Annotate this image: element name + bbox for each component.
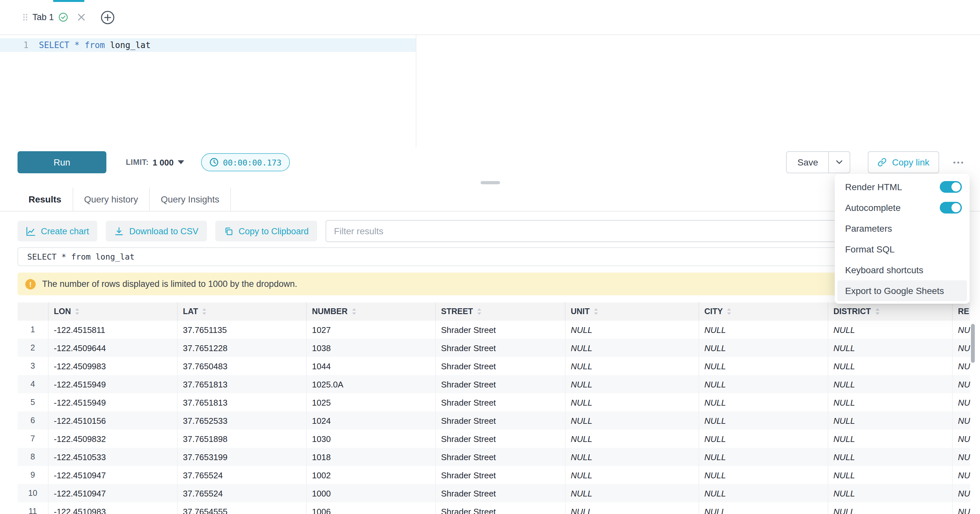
cell-street: Shrader Street	[436, 466, 566, 484]
copy-clipboard-button[interactable]: Copy to Clipboard	[215, 221, 317, 241]
menu-item-label: Export to Google Sheets	[845, 286, 944, 296]
cell-district: NULL	[828, 484, 953, 502]
copy-icon	[224, 226, 234, 236]
column-label: STREET	[441, 307, 473, 316]
cell-city: NULL	[699, 412, 828, 429]
sort-arrows-icon[interactable]	[875, 308, 880, 315]
tab-results[interactable]: Results	[18, 188, 73, 211]
toggle-autocomplete[interactable]	[940, 202, 962, 214]
sql-token-keyword: SELECT	[39, 40, 69, 50]
cell-district: NULL	[828, 412, 953, 429]
cell-street: Shrader Street	[436, 484, 566, 502]
cell-unit: NULL	[566, 357, 699, 375]
cell-lat: 37.7653199	[178, 448, 307, 466]
column-header-lat[interactable]: LAT	[178, 302, 307, 321]
cell-city: NULL	[699, 429, 828, 448]
ellipsis-icon	[953, 161, 955, 163]
table-row: 7-122.450983237.76518981030Shrader Stree…	[18, 429, 970, 448]
cell-re: NULL	[953, 502, 970, 514]
vertical-scrollbar-thumb[interactable]	[971, 324, 975, 363]
cell-number: 1018	[307, 448, 436, 466]
column-header-lon[interactable]: LON	[49, 302, 178, 321]
editor-tabstrip: Tab 1	[0, 0, 980, 35]
line-number-gutter: 1	[0, 38, 29, 52]
table-row: 2-122.450964437.76512281038Shrader Stree…	[18, 339, 970, 357]
sql-editor[interactable]: 1 SELECT * from long_lat	[0, 35, 980, 147]
row-number: 4	[18, 375, 49, 393]
tab-query-insights[interactable]: Query Insights	[150, 188, 231, 211]
menu-item-autocomplete[interactable]: Autocomplete	[837, 197, 967, 218]
table-row: 9-122.451094737.7655241002Shrader Street…	[18, 466, 970, 484]
row-number-header	[18, 302, 49, 321]
pane-resize-handle[interactable]	[480, 181, 500, 184]
copy-link-button[interactable]: Copy link	[868, 151, 939, 173]
cell-city: NULL	[699, 448, 828, 466]
toggle-render-html[interactable]	[940, 181, 962, 193]
sort-arrows-icon[interactable]	[75, 308, 80, 315]
options-menu: Render HTMLAutocompleteParametersFormat …	[835, 174, 970, 304]
limit-dropdown[interactable]: LIMIT: 1 000	[126, 157, 184, 167]
column-header-number[interactable]: NUMBER	[307, 302, 436, 321]
sort-arrows-icon[interactable]	[593, 308, 599, 315]
sort-arrows-icon[interactable]	[727, 308, 732, 315]
cell-district: NULL	[828, 357, 953, 375]
cell-city: NULL	[699, 484, 828, 502]
table-row: 3-122.450998337.76504831044Shrader Stree…	[18, 357, 970, 375]
editor-tab[interactable]: Tab 1	[18, 0, 91, 35]
column-header-street[interactable]: STREET	[436, 302, 566, 321]
column-header-district[interactable]: DISTRICT	[828, 302, 953, 321]
cell-street: Shrader Street	[436, 357, 566, 375]
cell-number: 1044	[307, 357, 436, 375]
cell-street: Shrader Street	[436, 429, 566, 448]
table-row: 8-122.451053337.76531991018Shrader Stree…	[18, 448, 970, 466]
cell-number: 1038	[307, 339, 436, 357]
sql-token-keyword: from	[84, 40, 105, 50]
cell-street: Shrader Street	[436, 448, 566, 466]
row-number: 10	[18, 484, 49, 502]
sql-token-plain	[80, 40, 84, 50]
column-header-unit[interactable]: UNIT	[566, 302, 699, 321]
table-row: 10-122.451094737.7655241000Shrader Stree…	[18, 484, 970, 502]
menu-item-export-to-google-sheets[interactable]: Export to Google Sheets	[837, 280, 967, 301]
download-csv-button[interactable]: Download to CSV	[106, 221, 207, 241]
row-number: 9	[18, 466, 49, 484]
save-button[interactable]: Save	[786, 151, 829, 173]
cell-lon: -122.4509832	[49, 429, 178, 448]
cell-unit: NULL	[566, 466, 699, 484]
close-tab-icon[interactable]	[78, 14, 85, 21]
limit-label: LIMIT:	[126, 158, 148, 167]
column-header-city[interactable]: CITY	[699, 302, 828, 321]
sort-arrows-icon[interactable]	[352, 308, 357, 315]
add-tab-button[interactable]	[100, 10, 115, 24]
sort-arrows-icon[interactable]	[202, 308, 207, 315]
menu-item-render-html[interactable]: Render HTML	[837, 177, 967, 197]
cell-re: NULL	[953, 429, 970, 448]
row-number: 7	[18, 429, 49, 448]
cell-number: 1027	[307, 321, 436, 339]
row-number: 6	[18, 412, 49, 429]
column-header-re[interactable]: RE	[953, 302, 970, 321]
cell-district: NULL	[828, 393, 953, 412]
cell-unit: NULL	[566, 339, 699, 357]
menu-item-parameters[interactable]: Parameters	[837, 218, 967, 239]
save-options-button[interactable]	[829, 151, 851, 173]
tab-query-history[interactable]: Query history	[73, 188, 150, 211]
results-grid: LONLATNUMBERSTREETUNITCITYDISTRICTRE 1-1…	[18, 302, 970, 514]
editor-actions-bar: Run LIMIT: 1 000 00:00:00.173 Save C	[0, 147, 980, 177]
cell-re: NULL	[953, 412, 970, 429]
column-label: DISTRICT	[834, 307, 871, 316]
cell-street: Shrader Street	[436, 321, 566, 339]
caret-down-icon	[178, 160, 184, 164]
cell-city: NULL	[699, 466, 828, 484]
more-options-button[interactable]	[947, 151, 969, 173]
table-row: 1-122.451581137.76511351027Shrader Stree…	[18, 321, 970, 339]
cell-re: NULL	[953, 393, 970, 412]
run-button[interactable]: Run	[18, 151, 107, 173]
row-number: 1	[18, 321, 49, 339]
menu-item-format-sql[interactable]: Format SQL	[837, 239, 967, 260]
create-chart-button[interactable]: Create chart	[18, 221, 98, 241]
cell-lon: -122.4509644	[49, 339, 178, 357]
menu-item-keyboard-shortcuts[interactable]: Keyboard shortcuts	[837, 260, 967, 280]
sort-arrows-icon[interactable]	[477, 308, 482, 315]
tab-label: Tab 1	[32, 12, 54, 22]
